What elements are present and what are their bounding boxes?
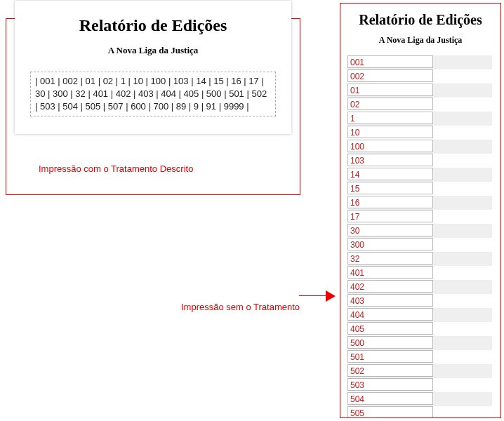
edition-cell: 1: [347, 112, 433, 124]
edition-cell: 001: [347, 55, 433, 68]
edition-cell: 32: [347, 252, 433, 265]
edition-cell: 10: [347, 126, 433, 138]
right-report-rows: 0010020102110100103141516173030032401402…: [347, 55, 500, 417]
edition-cell: 100: [347, 140, 433, 152]
right-report-subtitle: A Nova Liga da Justiça: [340, 35, 500, 46]
edition-cell: 405: [347, 322, 433, 335]
table-row: 405: [347, 322, 500, 336]
edition-cell: 01: [347, 83, 433, 96]
table-row: 504: [347, 392, 492, 406]
edition-cell: 14: [347, 168, 433, 180]
table-row: 100: [347, 140, 492, 154]
table-row: 404: [347, 308, 492, 322]
left-panel-frame: Relatório de Edições A Nova Liga da Just…: [6, 18, 300, 195]
left-report-title: Relatório de Edições: [15, 16, 291, 35]
edition-cell: 103: [347, 154, 433, 166]
edition-cell: 002: [347, 69, 433, 82]
edition-cell: 402: [347, 280, 433, 293]
table-row: 103: [347, 154, 500, 168]
edition-cell: 17: [347, 210, 433, 222]
right-panel-frame: Relatório de Edições A Nova Liga da Just…: [340, 3, 501, 418]
table-row: 15: [347, 182, 500, 196]
arrow-icon: [299, 286, 338, 306]
left-caption: Impressão com o Tratamento Descrito: [39, 163, 193, 174]
edition-cell: 500: [347, 336, 433, 349]
table-row: 1: [347, 112, 492, 126]
table-row: 500: [347, 336, 492, 350]
table-row: 402: [347, 280, 492, 294]
right-report-page: Relatório de Edições A Nova Liga da Just…: [340, 4, 500, 417]
table-row: 01: [347, 83, 492, 98]
table-row: 501: [347, 350, 500, 364]
table-row: 300: [347, 238, 500, 252]
right-report-title: Relatório de Edições: [340, 12, 500, 28]
table-row: 30: [347, 224, 492, 238]
middle-caption: Impressão sem o Tratamento: [181, 302, 300, 312]
table-row: 16: [347, 196, 492, 210]
table-row: 14: [347, 168, 492, 182]
left-report-subtitle: A Nova Liga da Justiça: [15, 45, 291, 56]
edition-cell: 503: [347, 378, 433, 391]
table-row: 505: [347, 406, 500, 417]
edition-cell: 300: [347, 238, 433, 250]
table-row: 10: [347, 126, 500, 140]
left-report-page: Relatório de Edições A Nova Liga da Just…: [15, 1, 291, 134]
table-row: 02: [347, 98, 500, 112]
edition-cell: 404: [347, 308, 433, 321]
table-row: 001: [347, 55, 492, 69]
table-row: 401: [347, 266, 500, 280]
edition-cell: 502: [347, 364, 433, 377]
edition-cell: 505: [347, 406, 433, 417]
edition-cell: 401: [347, 266, 433, 279]
edition-cell: 02: [347, 98, 433, 110]
edition-cell: 15: [347, 182, 433, 194]
table-row: 32: [347, 252, 492, 266]
table-row: 403: [347, 294, 500, 308]
table-row: 17: [347, 210, 500, 224]
edition-cell: 501: [347, 350, 433, 363]
edition-cell: 16: [347, 196, 433, 208]
table-row: 002: [347, 69, 500, 83]
table-row: 502: [347, 364, 492, 378]
table-row: 503: [347, 378, 500, 392]
edition-cell: 403: [347, 294, 433, 307]
inline-editions-list: | 001 | 002 | 01 | 02 | 1 | 10 | 100 | 1…: [30, 72, 276, 116]
edition-cell: 504: [347, 392, 433, 405]
edition-cell: 30: [347, 224, 433, 236]
